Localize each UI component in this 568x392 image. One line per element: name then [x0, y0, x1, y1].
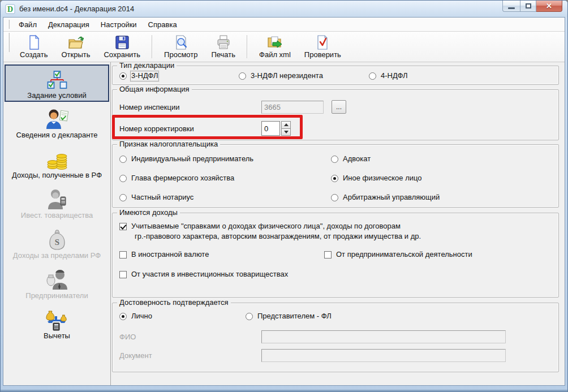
checkbox-certificates-income[interactable]: Учитываемые "справками о доходах физичес…: [119, 222, 421, 241]
menu-declaration[interactable]: Декларация: [42, 19, 95, 31]
print-icon: [216, 35, 231, 50]
radio-representative[interactable]: Представителем - ФЛ: [246, 312, 332, 321]
checkbox-indicator: [324, 251, 332, 259]
correction-number-field[interactable]: [261, 121, 280, 136]
checkbox-label-line1: Учитываемые "справками о доходах физичес…: [131, 222, 401, 230]
radio-label: Адвокат: [343, 155, 371, 163]
toolbar-separator: [152, 35, 153, 58]
menu-bar: Файл Декларация Настройки Справка: [3, 18, 565, 32]
document-label: Документ: [119, 351, 261, 360]
declaration-type-group: Тип декларации 3-НДФЛ 3-НДФЛ нерезидента: [112, 66, 559, 85]
radio-personally[interactable]: Лично: [119, 312, 246, 321]
radio-label: Индивидуальный предприниматель: [131, 155, 253, 163]
new-file-icon: [26, 35, 42, 50]
check-button[interactable]: Проверить: [299, 33, 347, 61]
window-title: без имени.dc4 - Декларация 2014: [19, 5, 134, 13]
sidebar-item-deductions[interactable]: Вычеты: [3, 304, 110, 344]
radio-indicator: [119, 72, 127, 80]
general-info-group: Общая информация Номер инспекции ... Ном…: [112, 89, 559, 140]
save-button[interactable]: Сохранить: [98, 33, 146, 61]
window-controls: ✕: [502, 1, 562, 12]
checkbox-label: В иностранной валюте: [131, 251, 209, 259]
radio-label: Арбитражный управляющий: [343, 193, 440, 202]
conditions-icon: [46, 69, 68, 91]
radio-3ndfl[interactable]: 3-НДФЛ: [119, 72, 239, 80]
minimize-button[interactable]: [502, 1, 520, 12]
radio-indicator: [119, 175, 127, 182]
toolbar-gripper: [8, 33, 10, 52]
radio-indicator: [331, 175, 338, 182]
radio-arbitration-manager[interactable]: Арбитражный управляющий: [331, 193, 440, 202]
new-button[interactable]: Создать: [14, 33, 53, 61]
close-button[interactable]: ✕: [536, 1, 562, 12]
preview-button[interactable]: Просмотр: [158, 33, 203, 61]
sidebar-item-invest-partnership: Ивест. товарищества: [3, 183, 110, 223]
menu-help[interactable]: Справка: [143, 19, 183, 31]
app-logo-icon: D: [5, 4, 15, 14]
radio-indicator: [119, 313, 127, 320]
radio-label: Частный нотариус: [131, 193, 193, 202]
browse-button[interactable]: ...: [332, 100, 346, 114]
preview-icon: [173, 35, 189, 50]
inspection-number-field[interactable]: [261, 101, 324, 114]
spin-up-button[interactable]: [281, 121, 291, 128]
menu-file[interactable]: Файл: [13, 19, 42, 31]
checkbox-investment-partnership[interactable]: От участия в инвестиционных товарищества…: [119, 270, 288, 279]
declarant-icon: [44, 107, 70, 130]
radio-private-notary[interactable]: Частный нотариус: [119, 193, 331, 202]
toolbar-label: Печать: [211, 50, 235, 59]
sidebar-item-declarant[interactable]: Сведения о декларанте: [3, 103, 110, 143]
sidebar-item-label: Сведения о декларанте: [14, 131, 100, 139]
title-bar[interactable]: D без имени.dc4 - Декларация 2014 ✕: [1, 1, 567, 17]
checkbox-foreign-currency[interactable]: В иностранной валюте: [119, 251, 324, 259]
sidebar-item-label: Задание условий: [25, 92, 88, 100]
radio-indicator: [369, 72, 376, 80]
toolbar-label: Проверить: [304, 50, 341, 59]
radio-individual-entrepreneur[interactable]: Индивидуальный предприниматель: [119, 155, 331, 163]
correction-number-label: Номер корректировки: [119, 124, 261, 133]
sidebar-item-label: Доходы, полученные в РФ: [10, 171, 104, 179]
taxpayer-type-group: Признак налогоплательщика Индивидуальный…: [112, 144, 559, 208]
main-panel: Тип декларации 3-НДФЛ 3-НДФЛ нерезидента: [111, 62, 565, 385]
toolbar-label: Создать: [20, 50, 48, 59]
group-legend: Общая информация: [117, 85, 192, 93]
sidebar-item-label: Предприниматели: [23, 292, 90, 300]
radio-3ndfl-nonresident[interactable]: 3-НДФЛ нерезидента: [239, 72, 369, 80]
checkbox-label: От предпринимательской деятельности: [336, 251, 472, 259]
radio-label: 3-НДФЛ: [131, 72, 158, 80]
radio-indicator: [331, 156, 338, 163]
save-icon: [114, 35, 130, 50]
spin-down-button[interactable]: [281, 128, 291, 136]
minimize-icon: [508, 7, 515, 9]
open-button[interactable]: Открыть: [55, 33, 96, 61]
radio-label: 3-НДФЛ нерезидента: [251, 72, 323, 80]
invest-partnership-icon: [45, 188, 69, 210]
radio-other-individual[interactable]: Иное физическое лицо: [331, 174, 422, 183]
svg-text:D: D: [7, 5, 13, 14]
radio-lawyer[interactable]: Адвокат: [331, 155, 371, 163]
checkbox-label: От участия в инвестиционных товарищества…: [131, 270, 288, 279]
xml-file-button[interactable]: Файл xml: [253, 33, 296, 61]
sidebar-item-conditions[interactable]: Задание условий: [5, 64, 109, 102]
sidebar-item-incomes-rf[interactable]: Доходы, полученные в РФ: [3, 143, 110, 183]
confirmation-group: Достоверность подтверждается Лично Предс…: [112, 303, 559, 372]
sidebar-item-label: Ивест. товарищества: [19, 212, 95, 219]
sidebar-item-label: Доходы за пределами РФ: [11, 252, 103, 260]
document-field[interactable]: [261, 349, 506, 362]
close-icon: ✕: [546, 2, 552, 10]
radio-farm-head[interactable]: Глава фермерского хозяйства: [119, 174, 331, 183]
radio-label: 4-НДФЛ: [381, 72, 407, 80]
menubar-gripper: [8, 20, 10, 29]
toolbar: Создать Открыть Сох: [3, 32, 565, 62]
maximize-button[interactable]: [520, 1, 536, 12]
open-folder-icon: [68, 35, 84, 50]
radio-indicator: [119, 156, 127, 163]
incomes-abroad-icon: S: [46, 229, 68, 251]
fio-field[interactable]: [261, 330, 506, 343]
checkbox-indicator: [119, 223, 127, 230]
print-button[interactable]: Печать: [205, 33, 241, 61]
group-legend: Достоверность подтверждается: [117, 299, 231, 307]
menu-settings[interactable]: Настройки: [95, 19, 143, 31]
checkbox-business-activity[interactable]: От предпринимательской деятельности: [324, 251, 472, 259]
radio-4ndfl[interactable]: 4-НДФЛ: [369, 72, 407, 80]
